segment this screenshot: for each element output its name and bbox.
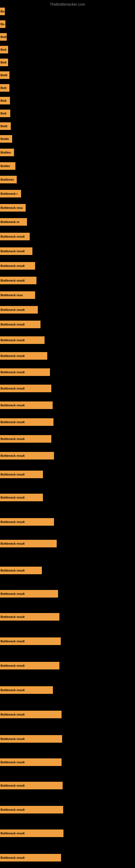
bar-row-25: Bottleneck result xyxy=(0,336,45,344)
bar-row-15: Bottleneck r xyxy=(0,190,21,197)
bar-label-44: Bottleneck result xyxy=(1,737,25,741)
bar-44: Bottleneck result xyxy=(0,735,62,743)
bar-label-48: Bottleneck result xyxy=(1,832,25,835)
bar-row-35: Bottleneck result xyxy=(0,518,54,526)
bar-21: Bottleneck result xyxy=(0,277,37,284)
bar-label-6: Bottl xyxy=(1,73,7,77)
bar-43: Bottleneck result xyxy=(0,711,61,718)
bar-label-21: Bottleneck result xyxy=(1,279,25,282)
bar-row-33: Bottleneck result xyxy=(0,471,43,478)
bar-22: Bottleneck resu xyxy=(0,291,35,299)
bar-label-10: Bottl xyxy=(1,124,7,128)
bar-10: Bottl xyxy=(0,122,11,130)
bar-39: Bottleneck result xyxy=(0,613,59,621)
bar-label-37: Bottleneck result xyxy=(1,569,25,572)
bar-row-49: Bottleneck result xyxy=(0,854,61,862)
bar-45: Bottleneck result xyxy=(0,758,61,766)
bar-27: Bottleneck result xyxy=(0,368,50,376)
bar-label-7: Bott xyxy=(1,86,6,90)
bar-5: Bott xyxy=(0,59,8,66)
bar-row-26: Bottleneck result xyxy=(0,352,47,360)
bar-label-40: Bottleneck result xyxy=(1,640,25,643)
bar-row-39: Bottleneck result xyxy=(0,613,59,621)
bar-row-20: Bottleneck result xyxy=(0,262,35,270)
bar-row-36: Bottleneck result xyxy=(0,540,57,547)
bar-row-18: Bottleneck result xyxy=(0,233,30,240)
bar-label-27: Bottleneck result xyxy=(1,371,25,374)
bar-row-32: Bottleneck result xyxy=(0,452,54,460)
site-title: TheBottlenecker.com xyxy=(0,0,135,8)
bar-46: Bottleneck result xyxy=(0,782,63,789)
bar-label-4: Bott xyxy=(1,48,6,51)
bar-label-47: Bottleneck result xyxy=(1,808,25,811)
bar-row-1: Bo xyxy=(0,8,5,15)
bar-row-9: Bott xyxy=(0,110,10,117)
bar-label-39: Bottleneck result xyxy=(1,615,25,618)
bar-label-5: Bott xyxy=(1,61,6,64)
bar-3: Bott xyxy=(0,33,7,41)
bar-row-17: Bottleneck re xyxy=(0,218,27,226)
bar-label-41: Bottleneck result xyxy=(1,664,25,667)
bar-label-29: Bottleneck result xyxy=(1,404,25,407)
bar-40: Bottleneck result xyxy=(0,638,61,645)
bar-label-34: Bottleneck result xyxy=(1,496,25,499)
bar-label-1: Bo xyxy=(1,10,5,13)
bar-label-14: Bottlenec xyxy=(1,178,14,181)
bar-row-44: Bottleneck result xyxy=(0,735,62,743)
bar-label-18: Bottleneck result xyxy=(1,235,25,238)
bar-label-26: Bottleneck result xyxy=(1,354,25,358)
bar-38: Bottleneck result xyxy=(0,590,58,597)
bar-label-12: Bottlen xyxy=(1,151,11,154)
bar-label-16: Bottleneck resu xyxy=(1,206,23,209)
bar-19: Bottleneck result xyxy=(0,247,32,255)
bar-label-11: Bottle xyxy=(1,137,9,141)
bar-23: Bottleneck result xyxy=(0,306,38,314)
bar-37: Bottleneck result xyxy=(0,567,42,574)
bar-row-5: Bott xyxy=(0,59,8,66)
bar-label-9: Bott xyxy=(1,112,6,115)
bar-13: Bottler xyxy=(0,162,15,170)
bar-label-22: Bottleneck resu xyxy=(1,293,23,297)
bar-row-48: Bottleneck result xyxy=(0,830,63,837)
bar-4: Bott xyxy=(0,46,8,54)
bar-row-4: Bott xyxy=(0,46,8,54)
bar-31: Bottleneck result xyxy=(0,435,51,443)
bar-2: Bo xyxy=(0,20,5,28)
bar-row-16: Bottleneck resu xyxy=(0,204,26,212)
bar-15: Bottleneck r xyxy=(0,190,21,197)
bar-17: Bottleneck re xyxy=(0,218,27,226)
bar-label-19: Bottleneck result xyxy=(1,250,25,253)
bar-row-34: Bottleneck result xyxy=(0,494,43,501)
bar-label-20: Bottleneck result xyxy=(1,264,25,268)
bar-12: Bottlen xyxy=(0,149,14,156)
bar-48: Bottleneck result xyxy=(0,830,63,837)
bar-row-24: Bottleneck result xyxy=(0,321,41,328)
bar-label-25: Bottleneck result xyxy=(1,339,25,342)
bar-label-36: Bottleneck result xyxy=(1,542,25,545)
bar-label-3: Bott xyxy=(1,35,6,38)
bar-30: Bottleneck result xyxy=(0,418,53,426)
bar-row-46: Bottleneck result xyxy=(0,782,63,789)
bar-label-30: Bottleneck result xyxy=(1,421,25,424)
bar-label-32: Bottleneck result xyxy=(1,454,25,457)
bar-42: Bottleneck result xyxy=(0,686,53,694)
bar-9: Bott xyxy=(0,110,10,117)
bar-label-43: Bottleneck result xyxy=(1,713,25,716)
bar-34: Bottleneck result xyxy=(0,494,43,501)
bar-label-31: Bottleneck result xyxy=(1,437,25,440)
bar-47: Bottleneck result xyxy=(0,806,63,813)
bar-33: Bottleneck result xyxy=(0,471,43,478)
bar-row-38: Bottleneck result xyxy=(0,590,58,597)
bar-row-30: Bottleneck result xyxy=(0,418,53,426)
bar-row-14: Bottlenec xyxy=(0,176,17,183)
bar-row-19: Bottleneck result xyxy=(0,247,32,255)
bar-label-8: Bott xyxy=(1,99,6,102)
bar-row-43: Bottleneck result xyxy=(0,711,61,718)
bar-label-42: Bottleneck result xyxy=(1,688,25,692)
bar-label-33: Bottleneck result xyxy=(1,473,25,476)
bar-row-22: Bottleneck resu xyxy=(0,291,35,299)
bar-row-28: Bottleneck result xyxy=(0,384,51,392)
bar-row-47: Bottleneck result xyxy=(0,806,63,813)
bar-41: Bottleneck result xyxy=(0,662,59,670)
bar-label-49: Bottleneck result xyxy=(1,856,25,859)
